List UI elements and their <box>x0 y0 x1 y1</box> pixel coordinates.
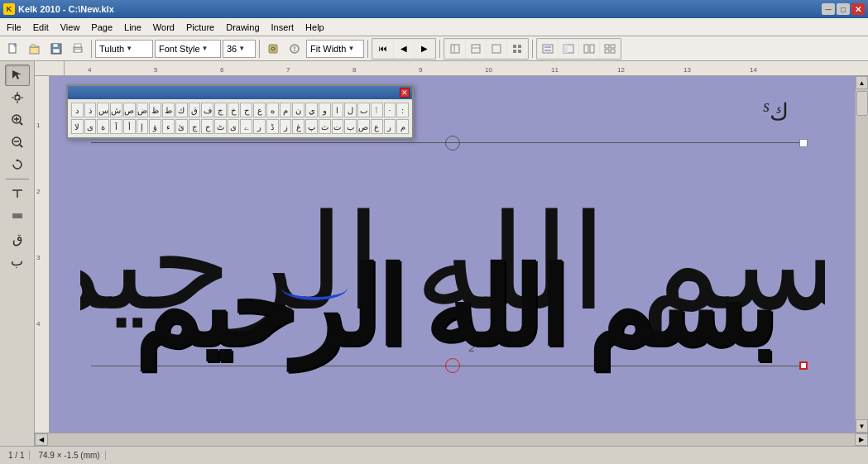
handle-box-bottom-right[interactable] <box>799 361 808 370</box>
palette-char[interactable]: ٹ <box>214 119 227 134</box>
palette-char[interactable]: ث <box>319 119 331 134</box>
palette-char[interactable]: پ <box>305 119 318 134</box>
palette-char[interactable]: غ <box>292 119 305 134</box>
menu-edit[interactable]: Edit <box>28 21 54 34</box>
tool-pan[interactable] <box>5 87 30 108</box>
save-button[interactable] <box>46 40 66 58</box>
maximize-button[interactable]: □ <box>837 3 850 15</box>
palette-char[interactable]: ا <box>332 103 344 117</box>
options-button[interactable] <box>285 40 305 58</box>
scroll-up-button[interactable]: ▲ <box>856 76 868 89</box>
palette-char[interactable]: ر <box>384 119 396 134</box>
palette-char[interactable]: ئ <box>175 119 188 134</box>
palette-char[interactable]: و <box>319 103 331 117</box>
palette-char[interactable]: ء <box>162 119 175 134</box>
nav-prev[interactable]: ◀ <box>394 40 414 58</box>
close-button[interactable]: ✕ <box>851 3 865 15</box>
font-size-dropdown[interactable]: 36 ▼ <box>223 40 256 58</box>
palette-char[interactable]: ص <box>123 103 136 117</box>
palette-char[interactable]: ﻻ <box>71 119 84 134</box>
tool-arrow[interactable] <box>5 65 30 86</box>
palette-char[interactable]: ؤ <box>149 119 161 134</box>
view-full3[interactable] <box>579 40 599 58</box>
menu-picture[interactable]: Picture <box>181 21 219 34</box>
palette-char[interactable]: ع <box>253 103 266 117</box>
tool-arabic-b[interactable]: ب <box>5 250 30 271</box>
palette-char[interactable]: ڈ <box>266 119 279 134</box>
palette-char[interactable]: أ <box>123 119 136 134</box>
nav-next[interactable]: ▶ <box>415 40 434 58</box>
palette-char[interactable]: م <box>396 119 409 134</box>
palette-char[interactable]: ظ <box>149 103 161 117</box>
tool-line[interactable] <box>5 205 30 227</box>
palette-char[interactable]: ش <box>110 103 122 117</box>
scroll-left-button[interactable]: ◀ <box>35 433 48 446</box>
tool-zoom-in[interactable] <box>5 109 30 131</box>
menu-view[interactable]: View <box>55 21 85 34</box>
menu-line[interactable]: Line <box>119 21 146 34</box>
font-style-dropdown[interactable]: Font Style ▼ <box>155 40 221 58</box>
menu-drawing[interactable]: Drawing <box>221 21 264 34</box>
palette-char[interactable]: ی <box>228 119 240 134</box>
scroll-thumb-right[interactable] <box>856 91 868 116</box>
palette-char[interactable]: إ <box>137 119 149 134</box>
settings-button[interactable] <box>263 40 283 58</box>
palette-char[interactable]: ٮ <box>357 103 370 117</box>
print-button[interactable] <box>68 40 88 58</box>
view-full4[interactable] <box>600 40 620 58</box>
palette-char[interactable]: س <box>97 103 109 117</box>
palette-char[interactable]: · <box>384 103 396 117</box>
palette-char[interactable]: ى <box>84 119 97 134</box>
palette-char[interactable]: ط <box>162 103 175 117</box>
menu-word[interactable]: Word <box>148 21 180 34</box>
palette-char[interactable]: ے <box>240 119 252 134</box>
palette-char[interactable]: ت <box>332 119 344 134</box>
palette-char[interactable]: م <box>280 103 292 117</box>
tool-zoom-out[interactable] <box>5 132 30 153</box>
palette-char[interactable]: ر <box>253 119 266 134</box>
palette-char[interactable]: ض <box>137 103 149 117</box>
palette-char[interactable]: ذ <box>84 103 97 117</box>
palette-char[interactable]: ه <box>266 103 279 117</box>
palette-char[interactable]: ي <box>305 103 318 117</box>
fit-mode-dropdown[interactable]: Fit Width ▼ <box>306 40 364 58</box>
view-btn3[interactable] <box>487 40 506 58</box>
view-btn4[interactable] <box>507 40 527 58</box>
palette-char[interactable]: : <box>396 103 409 117</box>
view-btn2[interactable] <box>466 40 486 58</box>
tool-rotate[interactable] <box>5 154 30 175</box>
palette-char[interactable]: ف <box>201 103 213 117</box>
open-button[interactable] <box>25 40 45 58</box>
palette-char[interactable]: ب <box>344 119 357 134</box>
palette-char[interactable]: ج <box>189 119 201 134</box>
menu-file[interactable]: File <box>2 21 26 34</box>
palette-char[interactable]: ن <box>292 103 305 117</box>
scroll-down-button[interactable]: ▼ <box>856 419 868 433</box>
palette-char[interactable]: ك <box>175 103 188 117</box>
palette-char[interactable]: ل <box>344 103 357 117</box>
view-full1[interactable] <box>538 40 558 58</box>
nav-prev-prev[interactable]: ⏮ <box>373 40 393 58</box>
minimize-button[interactable]: ─ <box>822 3 835 15</box>
new-button[interactable] <box>3 40 23 58</box>
view-full2[interactable] <box>559 40 578 58</box>
font-name-dropdown[interactable]: Tuluth ▼ <box>95 40 153 58</box>
tool-arabic-q[interactable]: ق <box>5 227 30 249</box>
scroll-right-button[interactable]: ▶ <box>855 433 868 446</box>
palette-char[interactable]: د <box>71 103 84 117</box>
menu-page[interactable]: Page <box>86 21 117 34</box>
palette-char[interactable]: ة <box>97 119 109 134</box>
palette-char[interactable]: خ <box>228 103 240 117</box>
menu-help[interactable]: Help <box>300 21 329 34</box>
tool-text[interactable] <box>5 183 30 204</box>
palette-char[interactable]: ق <box>189 103 201 117</box>
palette-close-button[interactable]: ✕ <box>400 88 410 98</box>
palette-char[interactable]: ع <box>371 119 383 134</box>
palette-char[interactable]: ص <box>357 119 370 134</box>
palette-char[interactable]: ز <box>280 119 292 134</box>
view-btn1[interactable] <box>445 40 465 58</box>
palette-char[interactable]: آ <box>110 119 122 134</box>
menu-insert[interactable]: Insert <box>266 21 300 34</box>
palette-char[interactable]: ح <box>201 119 213 134</box>
palette-char[interactable]: ٲ <box>371 103 383 117</box>
